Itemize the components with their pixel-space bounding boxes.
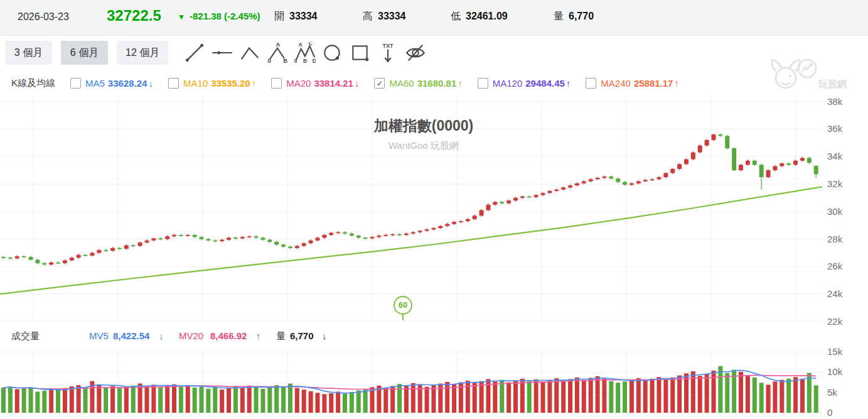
abc-wave-tool[interactable]: A0B <box>264 39 291 67</box>
volume-chart[interactable] <box>0 350 822 419</box>
ma-label: MA120 <box>493 78 523 89</box>
svg-text:A: A <box>299 42 303 48</box>
volume-tick-label: 5k <box>827 387 837 398</box>
mv5-label: MV5 <box>89 330 109 341</box>
svg-text:D: D <box>313 57 316 63</box>
ma-legend-item-ma60[interactable]: ✓MA6031680.81↑ <box>374 78 462 89</box>
high-quote: 高 33334 <box>363 10 406 23</box>
rectangle-tool[interactable] <box>346 39 374 67</box>
ma-label: MA5 <box>85 78 105 89</box>
trend-line-tool[interactable] <box>181 39 208 67</box>
ma-trend-arrow: ↑ <box>566 78 571 89</box>
ma-label: MA240 <box>601 78 631 89</box>
period-button-2[interactable]: 6 個月 <box>61 41 108 65</box>
ma-trend-arrow: ↑ <box>674 78 679 89</box>
ma-trend-arrow: ↑ <box>252 78 257 89</box>
main-chart-pane: 加權指數(0000) WantGoo 玩股網 <box>0 97 822 322</box>
price-tick-label: 28k <box>827 234 842 244</box>
unchecked-checkbox-ma10[interactable] <box>168 78 179 89</box>
mv5-value: 8,422.54 <box>113 330 149 341</box>
candles <box>1 133 818 265</box>
unchecked-checkbox-ma120[interactable] <box>478 78 488 89</box>
svg-text:B: B <box>303 57 307 63</box>
angle-tool-icon <box>239 42 260 63</box>
ma-value: 33535.20 <box>211 78 250 89</box>
ellipse-tool[interactable] <box>319 39 346 67</box>
chart-title: 加權指數(0000) <box>13 116 835 136</box>
ma-trend-arrow: ↓ <box>148 78 153 89</box>
period-button-1[interactable]: 3 個月 <box>5 41 52 65</box>
price-tick-label: 38k <box>827 96 842 107</box>
open-quote: 開 33334 <box>274 10 318 23</box>
abcd-wave-tool-icon: 0ABCD <box>294 42 316 63</box>
price-tick-label: 24k <box>827 288 842 299</box>
text-tool[interactable]: TXT <box>374 39 402 67</box>
mv20-label: MV20 <box>179 330 203 341</box>
ma-value: 29484.45 <box>525 78 565 89</box>
stock-chart-page: 2026-03-23 32722.5 ▼ -821.38 (-2.45%) 開 … <box>0 0 868 419</box>
ma-legend-item-ma5[interactable]: MA533628.24↓ <box>70 78 153 89</box>
ma-value: 33628.24 <box>108 78 147 89</box>
price-tick-label: 36k <box>827 123 842 134</box>
mv20-arrow: ↑ <box>256 330 261 341</box>
ma-legend-item-ma20[interactable]: MA2033814.21↓ <box>271 78 359 89</box>
ellipse-tool-icon <box>322 42 343 63</box>
svg-text:B: B <box>284 57 288 63</box>
volume-value: 6,770 <box>569 11 594 22</box>
ma60-line <box>0 187 822 294</box>
ma-row-title: K線及均線 <box>11 77 55 89</box>
mv20-value: 8,466.92 <box>210 330 247 341</box>
price-tick-label: 26k <box>827 261 842 271</box>
svg-text:C: C <box>309 42 313 46</box>
ma60-badge-stem <box>402 313 404 320</box>
low-label: 低 <box>451 10 461 23</box>
high-label: 高 <box>363 10 373 23</box>
volume-tick-label: 10k <box>827 366 842 377</box>
chart-subtitle: WantGoo 玩股網 <box>13 140 835 152</box>
svg-text:A: A <box>276 42 281 48</box>
volume-header: 成交量 MV5 8,422.54 ↓ MV20 8,466.92 ↑ 量 6,7… <box>0 322 822 350</box>
unchecked-checkbox-ma240[interactable] <box>586 78 596 89</box>
mv5-arrow: ↓ <box>159 330 164 341</box>
ma-legend-item-ma10[interactable]: MA1033535.20↑ <box>168 78 256 89</box>
angle-tool[interactable] <box>236 39 264 67</box>
volume-tick-label: 15k <box>827 346 842 357</box>
quote-date: 2026-03-23 <box>18 11 69 23</box>
volume-bars <box>1 366 818 413</box>
ma-legend-item-ma120[interactable]: MA12029484.45↑ <box>478 78 571 89</box>
ma-trend-arrow: ↑ <box>458 78 463 89</box>
svg-text:TXT: TXT <box>383 42 394 48</box>
horizontal-line-tool[interactable] <box>208 39 236 67</box>
price-down-arrow-icon: ▼ <box>178 13 185 21</box>
volume-quote: 量 6,770 <box>554 10 594 23</box>
rectangle-tool-icon <box>350 42 371 63</box>
ma-label: MA10 <box>183 78 208 89</box>
trend-line-tool-icon <box>184 42 205 63</box>
period-button-3[interactable]: 12 個月 <box>117 41 168 65</box>
svg-text:0: 0 <box>294 57 297 63</box>
abc-wave-tool-icon: A0B <box>267 42 288 63</box>
price-tick-label: 32k <box>827 178 842 189</box>
svg-text:0: 0 <box>268 57 271 63</box>
volume-pane <box>0 350 822 419</box>
unchecked-checkbox-ma5[interactable] <box>70 78 81 89</box>
price-change: -821.38 (-2.45%) <box>190 11 260 21</box>
hide-drawings-tool[interactable] <box>402 39 429 67</box>
ma-label: MA20 <box>286 78 311 89</box>
volume-pane-title: 成交量 <box>11 330 40 342</box>
ma-legend-row: K線及均線 MA533628.24↓MA1033535.20↑MA2033814… <box>0 69 822 97</box>
ma-value: 31680.81 <box>417 78 457 89</box>
ma-value: 33814.21 <box>314 78 353 89</box>
vol-arrow: ↓ <box>322 330 327 341</box>
low-value: 32461.09 <box>466 11 508 22</box>
ma-label: MA60 <box>389 78 414 89</box>
text-tool-icon: TXT <box>377 42 399 63</box>
unchecked-checkbox-ma20[interactable] <box>271 78 282 89</box>
vol-label: 量 <box>276 330 286 342</box>
volume-tick-label: 0 <box>827 407 832 418</box>
checked-checkbox-ma60[interactable]: ✓ <box>374 78 385 89</box>
abcd-wave-tool[interactable]: 0ABCD <box>291 39 319 67</box>
ma-legend-item-ma240[interactable]: MA24025881.17↑ <box>586 78 679 89</box>
ma-value: 25881.17 <box>634 78 673 89</box>
horizontal-line-tool-icon <box>212 42 233 63</box>
